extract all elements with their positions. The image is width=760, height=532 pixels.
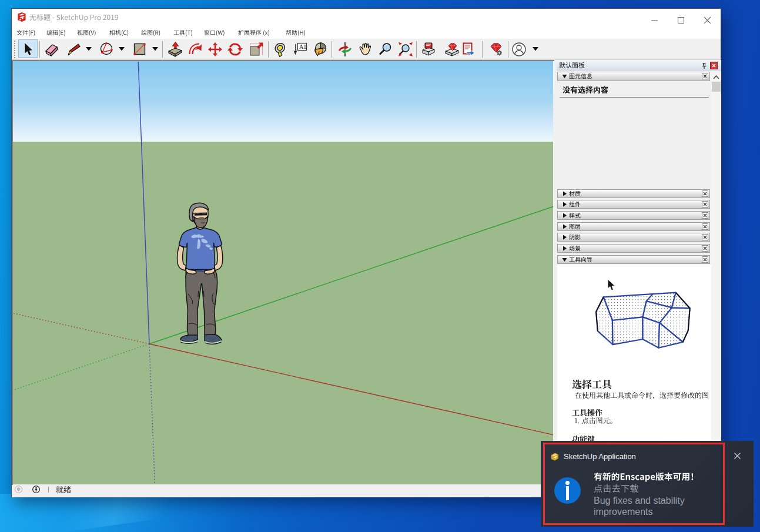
- svg-text:A1: A1: [299, 44, 306, 50]
